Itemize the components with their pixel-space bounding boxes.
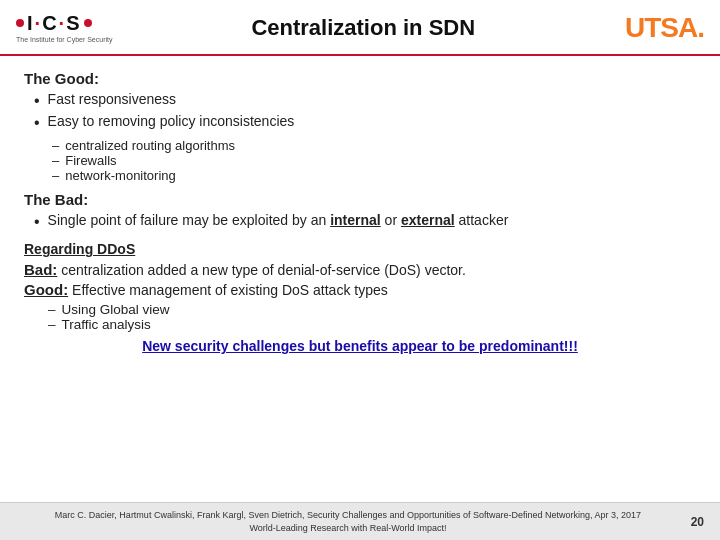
page-number: 20 [680,515,704,529]
bad-bullet-1: Single point of failure may be exploited… [34,212,696,233]
bad-dos-text: centralization added a new type of denia… [61,262,466,278]
footer-citation: Marc C. Dacier, Hartmut Cwalinski, Frank… [16,509,680,534]
bad-external: external [401,212,455,228]
dos-sub-2: Traffic analysis [48,317,696,332]
utsa-logo: UTSA. [614,8,704,48]
bad-internal: internal [330,212,381,228]
ics-subtitle: The Institute for Cyber Security [16,36,112,44]
regarding-title: Regarding DDoS [24,241,696,257]
sub-item-1: centralized routing algorithms [52,138,696,153]
good-section-title: The Good: [24,70,696,87]
security-link[interactable]: New security challenges but benefits app… [24,338,696,354]
bad-label: Bad: [24,261,57,278]
bad-section-title: The Bad: [24,191,696,208]
utsa-label: UTSA. [625,12,704,44]
good-dos-text: Effective management of existing DoS att… [72,282,388,298]
bad-bullet-list: Single point of failure may be exploited… [24,212,696,234]
dos-sub-1: Using Global view [48,302,696,317]
ics-logo: I·C·S The Institute for Cyber Security [16,12,112,44]
good-bullet-list: Fast responsiveness Easy to removing pol… [24,91,696,135]
good-bullet-2: Easy to removing policy inconsistencies [34,113,696,134]
good-dos-line: Good: Effective management of existing D… [24,281,696,298]
good-bullet-1: Fast responsiveness [34,91,696,112]
sub-item-2: Firewalls [52,153,696,168]
slide-footer: Marc C. Dacier, Hartmut Cwalinski, Frank… [0,502,720,540]
slide-header: I·C·S The Institute for Cyber Security C… [0,0,720,56]
sub-item-3: network-monitoring [52,168,696,183]
bad-dos-line: Bad: centralization added a new type of … [24,261,696,278]
slide: I·C·S The Institute for Cyber Security C… [0,0,720,540]
slide-content: The Good: Fast responsiveness Easy to re… [0,56,720,502]
good-sub-list: centralized routing algorithms Firewalls… [24,138,696,183]
good-dos-sub-list: Using Global view Traffic analysis [24,302,696,332]
slide-title: Centralization in SDN [112,15,614,41]
good-label: Good: [24,281,68,298]
